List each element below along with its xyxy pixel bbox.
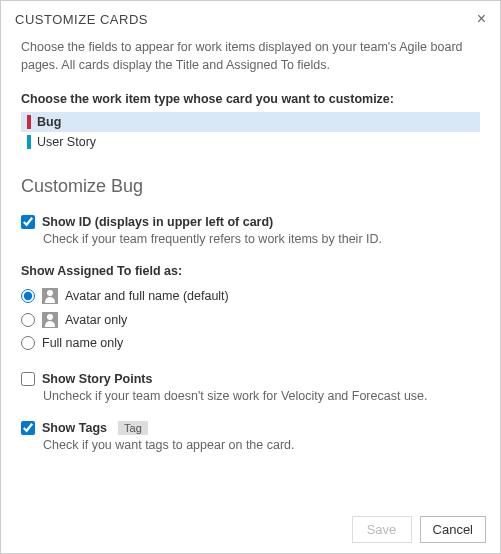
radio-name-only[interactable]: Full name only	[21, 332, 480, 354]
cancel-button[interactable]: Cancel	[420, 516, 486, 543]
radio-avatar-only-input[interactable]	[21, 313, 35, 327]
show-tags-hint: Check if you want tags to appear on the …	[43, 438, 480, 452]
radio-label: Avatar and full name (default)	[65, 289, 229, 303]
show-id-label: Show ID (displays in upper left of card)	[42, 215, 273, 229]
show-tags-row: Show Tags Tag Check if you want tags to …	[21, 421, 480, 452]
tag-badge: Tag	[118, 421, 148, 435]
wit-label: User Story	[37, 135, 96, 149]
wit-item-bug[interactable]: Bug	[21, 112, 480, 132]
wit-item-user-story[interactable]: User Story	[21, 132, 480, 152]
radio-label: Full name only	[42, 336, 123, 350]
dialog-title: CUSTOMIZE CARDS	[15, 12, 148, 27]
customize-subheader: Customize Bug	[21, 176, 480, 197]
colorbar-userstory	[27, 135, 31, 149]
show-tags-label: Show Tags	[42, 421, 107, 435]
show-id-checkbox[interactable]	[21, 215, 35, 229]
show-tags-checkbox[interactable]	[21, 421, 35, 435]
save-button[interactable]: Save	[352, 516, 412, 543]
avatar-icon	[42, 312, 58, 328]
story-points-label: Show Story Points	[42, 372, 152, 386]
wit-prompt: Choose the work item type whose card you…	[21, 92, 480, 106]
show-id-row: Show ID (displays in upper left of card)…	[21, 215, 480, 246]
close-icon[interactable]: ×	[477, 11, 486, 27]
wit-label: Bug	[37, 115, 61, 129]
colorbar-bug	[27, 115, 31, 129]
radio-name-only-input[interactable]	[21, 336, 35, 350]
radio-avatar-only[interactable]: Avatar only	[21, 308, 480, 332]
story-points-row: Show Story Points Uncheck if your team d…	[21, 372, 480, 403]
assigned-to-label: Show Assigned To field as:	[21, 264, 480, 278]
radio-avatar-full[interactable]: Avatar and full name (default)	[21, 284, 480, 308]
story-points-hint: Uncheck if your team doesn't size work f…	[43, 389, 480, 403]
show-id-hint: Check if your team frequently refers to …	[43, 232, 480, 246]
radio-label: Avatar only	[65, 313, 127, 327]
radio-avatar-full-input[interactable]	[21, 289, 35, 303]
avatar-icon	[42, 288, 58, 304]
story-points-checkbox[interactable]	[21, 372, 35, 386]
wit-list: Bug User Story	[21, 112, 480, 152]
assigned-to-group: Avatar and full name (default) Avatar on…	[21, 284, 480, 354]
dialog-footer: Save Cancel	[352, 516, 486, 543]
dialog-header: CUSTOMIZE CARDS ×	[1, 1, 500, 35]
intro-text: Choose the fields to appear for work ite…	[21, 39, 480, 74]
